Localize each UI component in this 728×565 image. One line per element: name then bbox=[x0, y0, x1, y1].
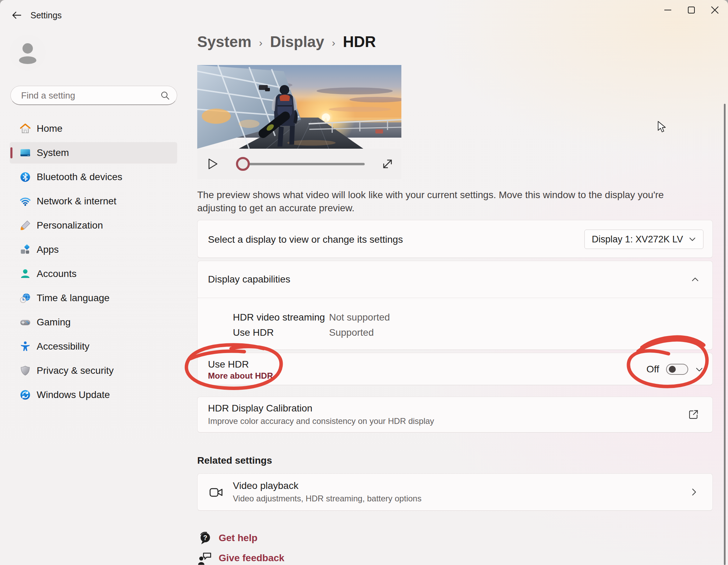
more-about-hdr-link[interactable]: More about HDR bbox=[208, 371, 273, 381]
back-arrow-icon bbox=[11, 9, 22, 21]
sidebar-item-label: Accounts bbox=[37, 268, 76, 279]
sidebar-item-bluetooth[interactable]: Bluetooth & devices bbox=[10, 166, 177, 188]
mouse-cursor bbox=[657, 121, 668, 133]
hdr-calibration-subtitle: Improve color accuracy and consistency o… bbox=[208, 416, 434, 426]
sidebar-item-apps[interactable]: Apps bbox=[10, 239, 177, 260]
accounts-icon bbox=[19, 268, 31, 280]
display-select-value: Display 1: XV272K LV bbox=[592, 234, 683, 245]
video-controls bbox=[197, 149, 401, 179]
capability-label: HDR video streaming bbox=[233, 312, 329, 323]
sidebar-item-label: Bluetooth & devices bbox=[37, 172, 122, 183]
play-icon bbox=[206, 157, 219, 171]
sidebar-item-label: System bbox=[37, 147, 69, 158]
sidebar-item-accounts[interactable]: Accounts bbox=[10, 263, 177, 285]
use-hdr-controls: Off bbox=[646, 353, 703, 386]
display-capabilities-title: Display capabilities bbox=[208, 274, 290, 285]
search-box bbox=[10, 86, 177, 105]
display-select-dropdown[interactable]: Display 1: XV272K LV bbox=[584, 230, 703, 249]
breadcrumb-system[interactable]: System bbox=[197, 33, 252, 50]
fullscreen-icon bbox=[381, 157, 394, 171]
breadcrumb-display[interactable]: Display bbox=[270, 33, 325, 50]
window-title: Settings bbox=[30, 10, 62, 20]
page-title: HDR bbox=[343, 33, 376, 50]
video-playback-card[interactable]: Video playback Video adjustments, HDR st… bbox=[197, 473, 713, 511]
vertical-scrollbar[interactable] bbox=[724, 104, 726, 565]
system-icon bbox=[19, 147, 31, 159]
sidebar-item-label: Time & language bbox=[37, 293, 110, 304]
sidebar-item-label: Home bbox=[37, 123, 63, 134]
minimize-button[interactable] bbox=[657, 3, 678, 17]
hdr-calibration-title: HDR Display Calibration bbox=[208, 403, 312, 414]
sidebar-item-label: Apps bbox=[37, 244, 59, 255]
select-display-label: Select a display to view or change its s… bbox=[208, 234, 403, 245]
seek-slider-track[interactable] bbox=[243, 163, 365, 165]
give-feedback-link[interactable]: Give feedback bbox=[197, 550, 284, 565]
privacy-icon bbox=[19, 365, 31, 377]
gaming-icon bbox=[19, 316, 31, 328]
selected-indicator bbox=[10, 147, 12, 158]
sidebar-item-network[interactable]: Network & internet bbox=[10, 191, 177, 212]
get-help-link[interactable]: ? Get help bbox=[197, 530, 257, 546]
windows-update-icon bbox=[19, 389, 31, 401]
close-button[interactable] bbox=[704, 3, 725, 17]
sidebar-item-label: Network & internet bbox=[37, 196, 116, 207]
sidebar-item-label: Privacy & security bbox=[37, 365, 114, 376]
time-language-icon bbox=[19, 292, 31, 304]
breadcrumb: System › Display › HDR bbox=[197, 33, 376, 50]
sidebar-item-label: Gaming bbox=[37, 317, 71, 328]
apps-icon bbox=[19, 244, 31, 256]
preview-description: The preview shows what video will look l… bbox=[197, 188, 693, 215]
sidebar-item-home[interactable]: Home bbox=[10, 118, 177, 139]
capability-value: Supported bbox=[329, 327, 374, 338]
capabilities-rows: HDR video streaming Not supported Use HD… bbox=[198, 298, 712, 349]
maximize-button[interactable] bbox=[681, 3, 702, 17]
sidebar-item-label: Windows Update bbox=[37, 389, 110, 400]
capability-row: HDR video streaming Not supported bbox=[233, 310, 712, 325]
bluetooth-icon bbox=[19, 171, 31, 183]
use-hdr-card: Use HDR More about HDR Off bbox=[197, 353, 713, 385]
minimize-icon bbox=[664, 6, 672, 14]
breadcrumb-separator: › bbox=[332, 35, 335, 49]
select-display-card: Select a display to view or change its s… bbox=[197, 220, 713, 258]
person-icon bbox=[10, 35, 46, 71]
display-capabilities-header[interactable]: Display capabilities bbox=[198, 261, 712, 298]
capability-value: Not supported bbox=[329, 312, 390, 323]
sidebar-item-label: Personalization bbox=[37, 220, 103, 231]
display-capabilities-card: Display capabilities HDR video streaming… bbox=[197, 261, 713, 350]
sidebar-item-system[interactable]: System bbox=[10, 142, 177, 164]
hdr-preview-video[interactable] bbox=[197, 65, 401, 149]
related-settings-heading: Related settings bbox=[197, 455, 272, 466]
chevron-down-icon bbox=[689, 235, 696, 243]
chevron-down-icon[interactable] bbox=[695, 365, 703, 373]
network-icon bbox=[19, 195, 31, 207]
play-button[interactable] bbox=[206, 157, 219, 171]
help-bubble-icon: ? bbox=[197, 530, 212, 546]
search-icon[interactable] bbox=[160, 91, 170, 100]
personalization-icon bbox=[19, 220, 31, 231]
svg-text:?: ? bbox=[203, 534, 207, 541]
sidebar-item-windows-update[interactable]: Windows Update bbox=[10, 384, 177, 406]
avatar[interactable] bbox=[10, 35, 46, 71]
sidebar-item-gaming[interactable]: Gaming bbox=[10, 312, 177, 333]
toggle-knob bbox=[669, 366, 676, 373]
sidebar-item-personalization[interactable]: Personalization bbox=[10, 215, 177, 236]
video-playback-title: Video playback bbox=[233, 480, 298, 491]
fullscreen-button[interactable] bbox=[381, 157, 394, 171]
back-button[interactable] bbox=[9, 8, 24, 23]
sidebar-item-accessibility[interactable]: Accessibility bbox=[10, 336, 177, 357]
seek-slider-thumb[interactable] bbox=[236, 157, 250, 171]
hdr-calibration-card[interactable]: HDR Display Calibration Improve color ac… bbox=[197, 397, 713, 433]
preview-scene bbox=[197, 65, 401, 149]
search-input[interactable] bbox=[20, 86, 153, 105]
use-hdr-toggle[interactable] bbox=[666, 364, 688, 375]
accessibility-icon bbox=[19, 341, 31, 352]
chevron-up-icon[interactable] bbox=[691, 276, 699, 284]
home-icon bbox=[19, 123, 31, 135]
sidebar-item-time-language[interactable]: Time & language bbox=[10, 287, 177, 309]
get-help-label: Get help bbox=[219, 532, 257, 544]
give-feedback-label: Give feedback bbox=[219, 553, 284, 564]
sidebar-item-label: Accessibility bbox=[37, 341, 89, 352]
sidebar-item-privacy[interactable]: Privacy & security bbox=[10, 360, 177, 381]
chevron-right-icon bbox=[690, 488, 699, 497]
breadcrumb-separator: › bbox=[259, 35, 263, 49]
